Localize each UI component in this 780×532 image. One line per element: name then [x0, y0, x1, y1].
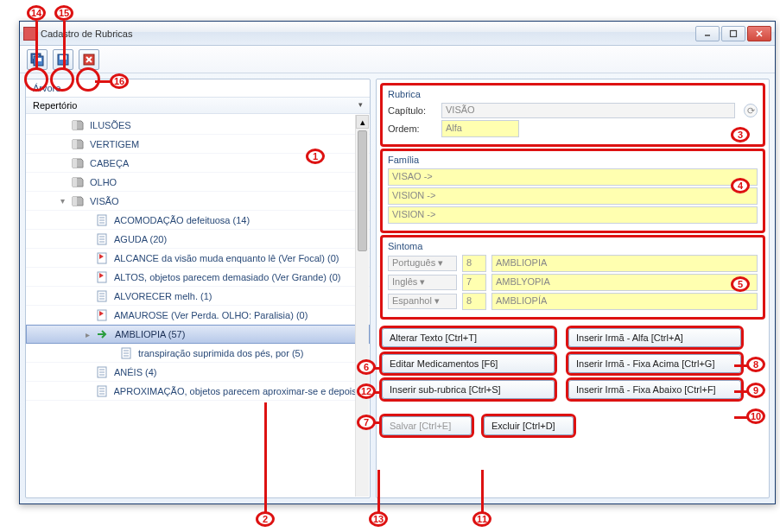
sintoma-num-field[interactable]: 7 — [462, 274, 486, 291]
save-all-button[interactable] — [27, 49, 48, 70]
details-panel: Rubrica Capítulo: VISÃO ⟳ Ordem: Alfa Fa… — [376, 79, 770, 498]
tree-expander-icon[interactable] — [81, 291, 92, 301]
tree-expander-icon[interactable] — [81, 234, 92, 244]
tree-row-label: APROXIMAÇÃO, objetos parecem aproximar-s… — [114, 386, 370, 396]
close-window-button[interactable] — [747, 26, 771, 41]
tree-expander-icon[interactable] — [57, 177, 67, 187]
ordem-field[interactable]: Alfa — [441, 120, 519, 137]
page-icon — [95, 289, 109, 303]
tree-row[interactable]: ALTOS, objetos parecem demasiado (Ver Gr… — [26, 268, 370, 287]
tree-row-label: ILUSÕES — [90, 120, 131, 130]
tree-expander-icon[interactable]: ▸ — [82, 329, 92, 339]
app-icon — [23, 27, 37, 41]
callout-15: 15 — [54, 5, 73, 21]
window-controls — [695, 26, 771, 41]
tree-scrollbar[interactable]: ▴ — [355, 115, 369, 497]
familia-title: Família — [388, 155, 758, 165]
tree-row-label: ALCANCE da visão muda enquanto lê (Ver F… — [114, 253, 339, 263]
tree-expander-icon[interactable] — [105, 348, 116, 358]
svg-rect-7 — [35, 58, 41, 61]
tree-expander-icon[interactable] — [81, 215, 92, 225]
tree-row[interactable]: VERTIGEM — [26, 135, 370, 154]
familia-row[interactable]: VISION -> — [388, 206, 758, 224]
sintoma-lang-select[interactable]: Inglês ▾ — [388, 275, 457, 290]
scroll-thumb[interactable] — [358, 130, 367, 251]
tree-row[interactable]: OLHO — [26, 173, 370, 192]
page-icon — [95, 232, 109, 246]
tree-expander-icon[interactable] — [57, 158, 67, 168]
inserir-sub-rubrica-button[interactable]: Inserir sub-rubrica [Ctrl+S] — [382, 380, 555, 399]
tree-panel: Árvore Repertório ▾ ILUSÕESVERTIGEMCABEÇ… — [25, 79, 371, 498]
tree-row-label: ALVORECER melh. (1) — [114, 291, 212, 301]
book-icon — [71, 194, 85, 208]
capitulo-spin-button[interactable]: ⟳ — [744, 104, 758, 117]
sintoma-lang-select[interactable]: Espanhol ▾ — [388, 294, 457, 309]
tree-expander-icon[interactable] — [81, 253, 92, 263]
tree-expander-icon[interactable] — [81, 310, 92, 320]
tree-expander-icon[interactable] — [81, 386, 92, 396]
page-icon — [95, 365, 109, 379]
tree-expander-icon[interactable] — [57, 120, 67, 130]
minimize-button[interactable] — [695, 26, 720, 41]
familia-row[interactable]: VISION -> — [388, 187, 758, 205]
inserir-irma-abaixo-button[interactable]: Inserir Irmã - Fixa Abaixo [Ctrl+F] — [568, 380, 741, 399]
titlebar: Cadastro de Rubricas — [20, 22, 775, 46]
tree-row[interactable]: ACOMODAÇÃO defeituosa (14) — [26, 211, 370, 230]
inserir-irma-alfa-button[interactable]: Inserir Irmã - Alfa [Ctrl+A] — [568, 328, 741, 347]
sintoma-lang-select[interactable]: Português ▾ — [388, 256, 457, 271]
window: Cadastro de Rubricas Árvore Repertório ▾… — [19, 21, 776, 504]
editar-medicamentos-button[interactable]: Editar Medicamentos [F6] — [382, 354, 555, 373]
tree-row-label: ANÉIS (4) — [114, 367, 157, 377]
tree-row[interactable]: ▾VISÃO — [26, 192, 370, 211]
tree-row[interactable]: ALCANCE da visão muda enquanto lê (Ver F… — [26, 249, 370, 268]
tree-row[interactable]: APROXIMAÇÃO, objetos parecem aproximar-s… — [26, 382, 370, 401]
tree-expander-icon[interactable]: ▾ — [57, 196, 67, 206]
tree-column-label: Repertório — [33, 100, 77, 111]
scroll-up-button[interactable]: ▴ — [356, 115, 369, 129]
flag-icon — [95, 308, 109, 322]
tree-row[interactable]: transpiração suprimida dos pés, por (5) — [26, 344, 370, 363]
save-button[interactable] — [53, 49, 73, 70]
tree-expander-icon[interactable] — [81, 272, 92, 282]
tree-expander-icon[interactable] — [57, 139, 67, 149]
sintoma-text-field[interactable]: AMBLIOPÍA — [491, 293, 758, 310]
tree-row[interactable]: ALVORECER melh. (1) — [26, 287, 370, 306]
flag-icon — [95, 251, 109, 265]
tree-row[interactable]: ANÉIS (4) — [26, 363, 370, 382]
tree-expander-icon[interactable] — [81, 367, 92, 377]
maximize-button[interactable] — [721, 26, 745, 41]
save-delete-row: Salvar [Ctrl+E] Excluir [Ctrl+D] — [382, 416, 764, 435]
svg-rect-10 — [64, 55, 66, 58]
tree-column-dropdown-icon[interactable]: ▾ — [358, 100, 363, 111]
ordem-label: Ordem: — [388, 124, 436, 134]
sintoma-text-field[interactable]: AMBLYOPIA — [491, 274, 758, 291]
tree-row-label: AGUDA (20) — [114, 234, 167, 244]
book-icon — [71, 137, 85, 151]
book-icon — [71, 175, 85, 189]
tree-row[interactable]: ILUSÕES — [26, 116, 370, 135]
sintoma-text-field[interactable]: AMBLIOPIA — [491, 255, 758, 272]
capitulo-field: VISÃO — [441, 103, 735, 118]
tree-row[interactable]: CABEÇA — [26, 154, 370, 173]
tree: ILUSÕESVERTIGEMCABEÇAOLHO▾VISÃOACOMODAÇÃ… — [26, 114, 370, 497]
tree-row-label: ALTOS, objetos parecem demasiado (Ver Gr… — [114, 272, 341, 282]
close-button[interactable] — [79, 49, 99, 70]
tree-row[interactable]: AGUDA (20) — [26, 230, 370, 249]
book-icon — [71, 118, 85, 132]
window-title: Cadastro de Rubricas — [41, 28, 695, 39]
sintoma-num-field[interactable]: 8 — [462, 293, 486, 310]
tree-row-label: AMBLIOPIA (57) — [115, 329, 185, 339]
tree-column-header[interactable]: Repertório ▾ — [26, 98, 370, 114]
excluir-button[interactable]: Excluir [Ctrl+D] — [484, 416, 574, 435]
tree-row[interactable]: ▸AMBLIOPIA (57) — [26, 325, 370, 344]
salvar-button[interactable]: Salvar [Ctrl+E] — [382, 416, 472, 435]
svg-rect-28 — [98, 310, 106, 320]
tree-row-label: VERTIGEM — [90, 139, 139, 149]
alterar-texto-button[interactable]: Alterar Texto [Ctrl+T] — [382, 328, 555, 347]
tree-panel-header: Árvore — [26, 79, 370, 98]
sintoma-num-field[interactable]: 8 — [462, 255, 486, 272]
sintoma-row: Inglês ▾7AMBLYOPIA — [388, 274, 758, 291]
inserir-irma-acima-button[interactable]: Inserir Irmã - Fixa Acima [Ctrl+G] — [568, 354, 741, 373]
tree-row[interactable]: AMAUROSE (Ver Perda. OLHO: Paralisia) (0… — [26, 306, 370, 325]
familia-row[interactable]: VISAO -> — [388, 168, 758, 186]
